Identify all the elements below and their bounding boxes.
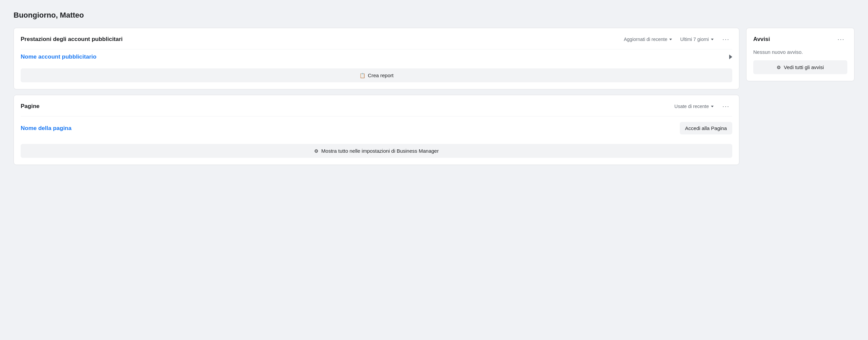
right-column: Avvisi ··· Nessun nuovo avviso. ⚙ Vedi t…: [746, 28, 854, 81]
pages-card: Pagine Usate di recente ··· Nome della p…: [14, 95, 739, 165]
pages-filter-dropdown[interactable]: Usate di recente: [672, 102, 716, 110]
alerts-card-title: Avvisi: [753, 36, 770, 43]
alerts-card-header: Avvisi ···: [753, 35, 847, 44]
create-report-label: Crea report: [368, 72, 394, 78]
ads-period-dropdown[interactable]: Ultimi 7 giorni: [678, 35, 716, 43]
page-item-row: Nome della pagina Accedi alla Pagina: [21, 116, 732, 140]
gear-icon: ⚙: [314, 148, 319, 154]
page-name-link[interactable]: Nome della pagina: [21, 125, 71, 132]
ads-more-button[interactable]: ···: [720, 35, 732, 44]
access-page-button[interactable]: Accedi alla Pagina: [680, 122, 732, 134]
pages-filter-label: Usate di recente: [674, 104, 709, 109]
ads-card-controls: Aggiornati di recente Ultimi 7 giorni ··…: [622, 35, 732, 44]
ads-period-chevron-icon: [711, 39, 714, 40]
ads-card-title: Prestazioni degli account pubblicitari: [21, 36, 123, 43]
create-report-button[interactable]: 📋 Crea report: [21, 68, 732, 82]
no-alerts-text: Nessun nuovo avviso.: [753, 49, 847, 55]
ads-filter-chevron-icon: [669, 39, 672, 40]
account-name-link[interactable]: Nome account pubblicitario: [21, 54, 96, 60]
ads-performance-card: Prestazioni degli account pubblicitari A…: [14, 28, 739, 89]
show-all-label: Mostra tutto nelle impostazioni di Busin…: [321, 148, 439, 154]
alerts-more-button[interactable]: ···: [835, 35, 847, 44]
ads-period-label: Ultimi 7 giorni: [680, 37, 709, 42]
left-column: Prestazioni degli account pubblicitari A…: [14, 28, 739, 165]
pages-card-title: Pagine: [21, 103, 40, 110]
page-greeting: Buongiorno, Matteo: [14, 11, 854, 20]
main-layout: Prestazioni degli account pubblicitari A…: [14, 28, 854, 165]
view-alerts-label: Vedi tutti gli avvisi: [784, 64, 824, 70]
account-row: Nome account pubblicitario: [21, 49, 732, 64]
view-all-alerts-button[interactable]: ⚙ Vedi tutti gli avvisi: [753, 60, 847, 74]
report-icon: 📋: [360, 73, 365, 78]
pages-filter-chevron-icon: [711, 106, 714, 107]
pages-card-controls: Usate di recente ···: [672, 102, 732, 111]
alerts-gear-icon: ⚙: [777, 65, 781, 70]
pages-more-button[interactable]: ···: [720, 102, 732, 111]
show-all-button[interactable]: ⚙ Mostra tutto nelle impostazioni di Bus…: [21, 144, 732, 158]
ads-filter-dropdown[interactable]: Aggiornati di recente: [622, 35, 674, 43]
pages-card-header: Pagine Usate di recente ···: [21, 102, 732, 111]
alerts-card: Avvisi ··· Nessun nuovo avviso. ⚙ Vedi t…: [746, 28, 854, 81]
ads-card-header: Prestazioni degli account pubblicitari A…: [21, 35, 732, 44]
account-chevron-right-icon: [729, 55, 732, 59]
ads-filter-label: Aggiornati di recente: [624, 37, 667, 42]
